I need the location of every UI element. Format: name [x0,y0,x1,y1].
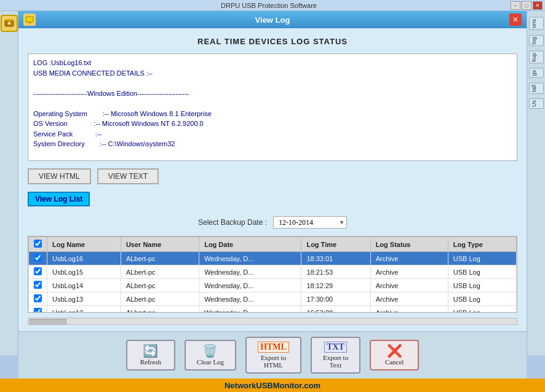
cancel-button[interactable]: ❌ Cancel [370,340,419,370]
maximize-button[interactable]: □ [522,1,531,10]
table-row[interactable]: UsbLog13 ALbert-pc Wednesday, D... 17:30… [29,292,517,306]
row-log-status: Archive [370,306,448,313]
left-panel [0,11,18,355]
export-html-label: Export toHTML [261,354,286,369]
section-heading: REAL TIME DEVICES LOG STATUS [28,34,517,49]
col-log-name: Log Name [47,237,121,252]
row-log-status: Archive [370,279,448,292]
window-title: View Log [36,15,509,25]
row-log-date: Wednesday, D... [199,292,301,306]
app-close-button[interactable]: ✕ [533,1,543,10]
right-panel-btn-4[interactable]: gs [529,68,544,78]
col-log-status: Log Status [370,237,448,252]
table-row[interactable]: UsbLog12 ALbert-pc Wednesday, D... 16:53… [29,306,517,313]
row-checkbox-1[interactable] [34,267,42,275]
footer-bar: NetworkUSBMonitor.com [0,378,545,392]
export-html-button[interactable]: HTML Export toHTML [245,337,301,374]
row-checkbox-4[interactable] [34,308,42,313]
footer-text: NetworkUSBMonitor.com [225,381,320,390]
table-row[interactable]: UsbLog15 ALbert-pc Wednesday, D... 18:21… [29,265,517,279]
row-checkbox-cell[interactable] [29,292,47,306]
main-window: View Log ✕ REAL TIME DEVICES LOG STATUS … [18,11,527,378]
export-text-button[interactable]: TXT Export toText [311,337,360,374]
refresh-label: Refresh [140,358,161,366]
col-log-date: Log Date [199,237,301,252]
row-log-time: 18:12:29 [301,279,370,292]
window-close-button[interactable]: ✕ [509,14,522,26]
view-html-button[interactable]: VIEW HTML [28,168,91,184]
log-table-container[interactable]: Log Name User Name Log Date Log Time Log… [28,236,517,313]
export-html-icon: HTML [258,342,289,353]
row-checkbox-cell[interactable] [29,265,47,279]
row-log-type: USB Log [448,265,516,279]
row-log-name: UsbLog13 [47,292,121,306]
row-log-date: Wednesday, D... [199,252,301,265]
row-checkbox-3[interactable] [34,294,42,302]
row-log-status: Archive [370,292,448,306]
row-log-type: USB Log [448,252,516,265]
date-select[interactable]: 12-10-2014 [273,216,347,229]
right-panel-btn-3[interactable]: kup [529,51,544,64]
col-log-time: Log Time [301,237,370,252]
header-checkbox[interactable] [34,240,42,248]
h-scroll-thumb[interactable] [30,319,66,325]
view-log-list-label: View Log List [28,192,517,209]
log-table-body: UsbLog16 ALbert-pc Wednesday, D... 18:33… [29,252,517,313]
bottom-action-bar: 🔄 Refresh 🗑️ Clear Log HTML Export toHTM… [18,331,527,378]
svg-point-2 [8,22,10,25]
app-icon [1,15,18,32]
col-log-type: Log Type [448,237,516,252]
row-log-status: Archive [370,265,448,279]
view-text-button[interactable]: VIEW TEXT [97,168,159,184]
app-title-bar: DRPU USB Protection Software – □ ✕ [0,0,545,11]
row-checkbox-2[interactable] [34,281,42,289]
col-user-name: User Name [121,237,199,252]
row-log-status: Archive [370,252,448,265]
row-log-time: 18:33:01 [301,252,370,265]
export-text-icon: TXT [324,342,347,353]
log-text-area[interactable]: LOG :UsbLog16.txt USB MEDIA CONNECTED DE… [28,53,517,161]
right-panel-btn-6[interactable]: Us [529,98,544,109]
date-select-wrapper[interactable]: 12-10-2014 [273,216,347,229]
clear-log-button[interactable]: 🗑️ Clear Log [185,340,236,370]
row-log-name: UsbLog15 [47,265,121,279]
right-panel-btn-5[interactable]: tall [529,83,544,94]
cancel-label: Cancel [385,358,404,366]
table-header-row: Log Name User Name Log Date Log Time Log… [29,237,517,252]
clear-log-icon: 🗑️ [202,345,218,357]
window-icon [23,14,36,26]
window-title-bar: View Log ✕ [18,11,527,28]
refresh-icon: 🔄 [143,345,158,357]
row-user-name: ALbert-pc [121,265,199,279]
app-title: DRPU USB Protection Software [27,2,511,9]
row-log-date: Wednesday, D... [199,265,301,279]
clear-log-label: Clear Log [197,358,224,366]
row-checkbox-cell[interactable] [29,279,47,292]
col-checkbox [29,237,47,252]
row-user-name: ALbert-pc [121,279,199,292]
svg-rect-1 [7,19,11,22]
right-panel-btn-1[interactable]: ons [529,17,544,30]
row-log-name: UsbLog12 [47,306,121,313]
row-checkbox-0[interactable] [34,254,42,262]
refresh-button[interactable]: 🔄 Refresh [126,340,175,370]
export-text-label: Export toText [323,354,348,369]
date-label: Select Backup Date : [198,218,267,227]
window-controls: – □ ✕ [511,1,543,10]
log-content: LOG :UsbLog16.txt USB MEDIA CONNECTED DE… [33,58,512,149]
row-checkbox-cell[interactable] [29,306,47,313]
log-table: Log Name User Name Log Date Log Time Log… [28,237,517,313]
row-checkbox-cell[interactable] [29,252,47,265]
horizontal-scrollbar[interactable] [28,318,517,325]
row-log-type: USB Log [448,306,516,313]
table-row[interactable]: UsbLog14 ALbert-pc Wednesday, D... 18:12… [29,279,517,292]
svg-rect-3 [26,17,33,22]
table-row[interactable]: UsbLog16 ALbert-pc Wednesday, D... 18:33… [29,252,517,265]
content-area: REAL TIME DEVICES LOG STATUS LOG :UsbLog… [18,28,527,331]
right-panel-btn-2[interactable]: log [529,35,544,46]
right-panel: ons log kup gs tall Us [527,11,545,355]
row-log-time: 17:30:00 [301,292,370,306]
minimize-button[interactable]: – [511,1,520,10]
view-log-list-badge: View Log List [28,192,90,206]
row-log-date: Wednesday, D... [199,279,301,292]
